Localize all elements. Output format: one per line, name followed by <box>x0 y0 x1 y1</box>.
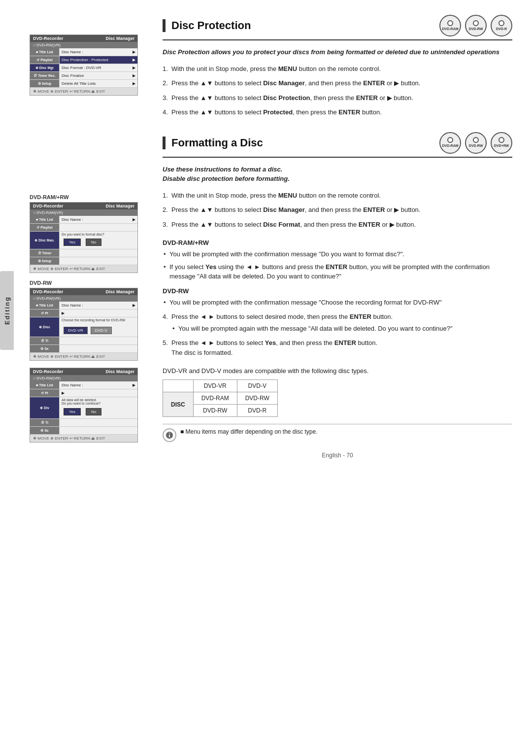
section1-heading-text: Disc Protection <box>171 19 251 32</box>
mockup2-row4-value <box>60 249 137 257</box>
mockup2-row1-value: Disc Name : ▶ <box>60 216 137 223</box>
mockup2-yes-btn: Yes <box>64 239 81 246</box>
mockup3-dvdv-btn: DVD-V <box>91 327 112 334</box>
disc-icon-label-dvdr-1: DVD-R <box>496 27 507 31</box>
mockup3-row-4: ⏱ Ti <box>30 337 137 345</box>
bullet-dvdram-2: If you select Yes using the ◄ ► buttons … <box>163 262 512 281</box>
dvd-mockup-4: DVD-Recorder Disc Manager ○ DVD-RW(VR) ■… <box>30 368 138 443</box>
mockup2-row-1: ■ Title List Disc Name : ▶ <box>30 216 137 224</box>
section2-steps-4-5: 4. Press the ◄ ► buttons to select desir… <box>163 312 512 357</box>
bullet-list-dvdram: You will be prompted with the confirmati… <box>163 249 512 281</box>
mockup2-row-2: ↺ Playlist <box>30 224 137 232</box>
section1-step-3: 3. Press the ▲▼ buttons to select Disc P… <box>163 93 512 103</box>
section2-step-3: 3. Press the ▲▼ buttons to select Disc F… <box>163 220 512 230</box>
mockup3-row-5: ⚙ Se <box>30 345 137 353</box>
dvd-mockup-3: DVD-Recorder Disc Manager ○ DVD-RW(VR) ■… <box>30 288 138 361</box>
disc-icon-label-dvdrw-1: DVD-RW <box>469 27 483 31</box>
mockup3-format-row: DVD-VR DVD-V <box>62 325 114 336</box>
editing-tab-label: Editing <box>3 296 11 325</box>
mockup2-row3-value: Do you want to format disc? Yes No <box>60 232 137 249</box>
disc-icon-dvdplusrw: DVD+RW <box>491 132 512 154</box>
mockup1-row1-icon: ■ Title List <box>30 48 60 56</box>
section1: Disc Protection DVD-RAM DVD-RW DVD-R <box>163 15 512 117</box>
mockup2-row1-icon: ■ Title List <box>30 216 60 223</box>
mockup3-dvdvr-btn: DVD-VR <box>64 327 88 334</box>
mockup3-row-3: ⊕ Disc Choose the recording format for D… <box>30 317 137 337</box>
mockup1-row2-value: Disc Protection : Protected ▶ <box>60 56 137 64</box>
mockup1-row4-value: Disc Finalize ▶ <box>60 72 137 79</box>
left-column: DVD-Recorder Disc Manager ○ DVD-RW(VR) ■… <box>30 15 148 741</box>
mockup4-header: DVD-Recorder Disc Manager <box>30 368 137 375</box>
compat-table-dvdrw-2: DVD-RW <box>193 405 237 417</box>
mockup1-row4-icon: ⏱ Timer Rec. <box>30 72 60 79</box>
section2: Formatting a Disc DVD-RAM DVD-RW DVD+ <box>163 132 512 459</box>
mockup3-header: DVD-Recorder Disc Manager <box>30 288 137 295</box>
mockup2-no-btn: No <box>86 239 101 246</box>
section2-heading: Formatting a Disc DVD-RAM DVD-RW DVD+ <box>163 132 512 158</box>
bullet-dvdrw-1: You will be prompted with the confirmati… <box>163 298 512 308</box>
mockup-dvdram-label: DVD-RAM/+RW <box>30 194 148 200</box>
mockup2-row2-icon: ↺ Playlist <box>30 224 60 231</box>
section2-step-2: 2. Press the ▲▼ buttons to select Disc M… <box>163 205 512 215</box>
note-svg-icon <box>166 431 173 439</box>
disc-icon-label-dvdrw-2: DVD-RW <box>469 144 483 148</box>
section1-steps: 1. With the unit in Stop mode, press the… <box>163 64 512 117</box>
mockup2-subheader: ○ DVD-RAM(VR) <box>30 209 137 216</box>
section2-heading-text: Formatting a Disc <box>171 137 263 149</box>
bullet-dvdram-1: You will be prompted with the confirmati… <box>163 249 512 259</box>
section1-step-1: 1. With the unit in Stop mode, press the… <box>163 64 512 74</box>
mockup2-row-5: ⚙ Setup <box>30 257 137 265</box>
mockup1-row1-value: Disc Name : ▶ <box>60 48 137 56</box>
disc-icon-label-dvdram-1: DVD-RAM <box>442 27 458 31</box>
compat-table-header-row: DVD-VR DVD-V <box>163 380 278 392</box>
disc-icon-dvdrw-1: DVD-RW <box>465 15 487 36</box>
section2-disc-icons: DVD-RAM DVD-RW DVD+RW <box>439 132 512 154</box>
step4-sub-bullet-1: You will be prompted again with the mess… <box>171 324 512 334</box>
disc-icon-inner-1 <box>447 20 453 26</box>
mockup2-row5-value <box>60 257 137 265</box>
disc-icon-label-dvdplusrw: DVD+RW <box>494 144 509 148</box>
mockup4-dialog-row: Yes No <box>62 406 103 417</box>
subhead-dvdram: DVD-RAM/+RW <box>163 239 512 246</box>
mockup1-row-2: ↺ Playlist Disc Protection : Protected ▶ <box>30 56 137 64</box>
section1-heading: Disc Protection DVD-RAM DVD-RW DVD-R <box>163 15 512 40</box>
section2-heading-bar <box>163 137 166 149</box>
mockup1-row-3: ⊕ Disc Mgr Disc Format : DVD-VR ▶ <box>30 64 137 72</box>
compat-table-row-1: DISC DVD-RAM DVD-RW <box>163 392 278 405</box>
note-text: ■ Menu items may differ depending on the… <box>180 428 318 435</box>
section1-mockup-container: DVD-Recorder Disc Manager ○ DVD-RW(VR) ■… <box>30 34 148 96</box>
note-box: ■ Menu items may differ depending on the… <box>163 424 512 442</box>
disc-icon-inner-3 <box>499 20 504 26</box>
mockup1-footer: ❖ MOVE ⊕ ENTER ↩ RETURN ⏏ EXIT <box>30 88 137 95</box>
bullet-list-dvdrw: You will be prompted with the confirmati… <box>163 298 512 308</box>
disc-icon-label-dvdram-2: DVD-RAM <box>442 144 458 148</box>
step4-sub-bullets: You will be prompted again with the mess… <box>171 324 512 334</box>
disc-icon-dvdrw-2: DVD-RW <box>465 132 487 154</box>
disc-icon-dvdr-1: DVD-R <box>491 15 512 36</box>
compat-table-dvdram: DVD-RAM <box>193 392 237 405</box>
mockup4-row-5: ⚙ Se <box>30 427 137 435</box>
compat-table-dvdrw-1: DVD-RW <box>237 392 277 405</box>
disc-icon-inner-4 <box>447 137 453 143</box>
section1-intro: Disc Protection allows you to protect yo… <box>163 47 512 57</box>
compat-table-disc-label: DISC <box>163 392 194 417</box>
compat-table: DVD-VR DVD-V DISC DVD-RAM DVD-RW DVD-RW … <box>163 379 278 417</box>
mockup2-row2-value <box>60 224 137 231</box>
mockup1-row-5: ⚙ Setup Delete All Title Lists ▶ <box>30 80 137 88</box>
right-column: Disc Protection DVD-RAM DVD-RW DVD-R <box>163 15 512 741</box>
section2-step-4: 4. Press the ◄ ► buttons to select desir… <box>163 312 512 333</box>
mockup1-row5-value: Delete All Title Lists ▶ <box>60 80 137 87</box>
mockup2-row-4: ⏱ Timer <box>30 249 137 257</box>
compat-table-empty <box>163 380 194 392</box>
mockup1-row2-icon: ↺ Playlist <box>30 56 60 64</box>
mockup2-dialog-row: Yes No <box>62 237 103 248</box>
mockup2-row-3: ⊕ Disc Man. Do you want to format disc? … <box>30 232 137 249</box>
section2-mockups: DVD-RAM/+RW DVD-Recorder Disc Manager ○ … <box>30 194 148 443</box>
mockup-dvdrw-label: DVD-RW <box>30 280 148 286</box>
section1-step-4: 4. Press the ▲▼ buttons to select Protec… <box>163 107 512 117</box>
section1-heading-bar <box>163 19 166 32</box>
mockup4-row-3: ⊕ Div All data will be deleted.Do you wa… <box>30 397 137 419</box>
mockup4-footer: ❖ MOVE ⊕ ENTER ↩ RETURN ⏏ EXIT <box>30 435 137 442</box>
section2-step-5: 5. Press the ◄ ► buttons to select Yes, … <box>163 338 512 357</box>
section1-disc-icons: DVD-RAM DVD-RW DVD-R <box>439 15 512 36</box>
